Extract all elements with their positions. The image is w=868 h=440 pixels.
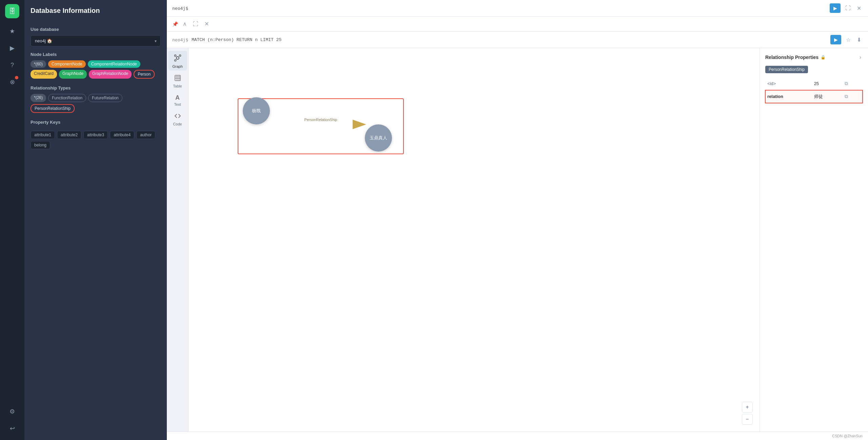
rel-props-title: Relationship Properties 🔒 xyxy=(765,55,826,60)
tab-text[interactable]: A Text xyxy=(168,91,187,108)
prop-attribute4[interactable]: attribute4 xyxy=(110,131,134,139)
sidebar-item-star[interactable]: ★ xyxy=(5,24,20,39)
tag-graph-relation-node[interactable]: GraphRelationNode xyxy=(89,70,132,79)
tag-component-node[interactable]: ComponentNode xyxy=(48,60,86,68)
prop-attribute1[interactable]: attribute1 xyxy=(31,131,55,139)
text-tab-icon: A xyxy=(175,94,180,101)
prop-row-relation: relation 师徒 ⧉ xyxy=(765,90,863,103)
svg-line-4 xyxy=(176,57,177,58)
star-icon2: ☆ xyxy=(846,37,851,43)
prop-value-relation: 师徒 xyxy=(812,90,842,103)
zoom-out-button[interactable]: − xyxy=(742,414,753,425)
query-close-button[interactable]: ✕ xyxy=(855,4,863,12)
copy-id-button[interactable]: ⧉ xyxy=(844,80,849,87)
question-icon: ? xyxy=(11,62,14,69)
sidebar-item-play[interactable]: ▶ xyxy=(5,41,20,56)
app-logo: 🗄 xyxy=(5,4,19,18)
query-run-button[interactable]: ▶ xyxy=(830,3,841,13)
svg-rect-7 xyxy=(175,75,180,81)
database-selector[interactable]: neo4j 🏠 xyxy=(31,35,161,46)
prop-attribute3[interactable]: attribute3 xyxy=(83,131,108,139)
chevron-up-icon: ∧ xyxy=(183,21,187,27)
graph-edges-svg: PersonRelationShip xyxy=(189,48,760,432)
query-input[interactable] xyxy=(192,5,826,11)
pin-icon: 📌 xyxy=(172,21,178,27)
result-star-button[interactable]: ☆ xyxy=(845,36,852,44)
result-run-icon: ▶ xyxy=(834,37,838,42)
prop-belong[interactable]: belong xyxy=(31,141,50,149)
sidebar-item-gear[interactable]: ⚙ xyxy=(5,404,20,419)
database-selector-wrapper: neo4j 🏠 xyxy=(31,35,161,46)
run-icon: ▶ xyxy=(833,5,837,11)
tag-person-relationship[interactable]: PersonRelationShip xyxy=(31,104,75,113)
result-download-button[interactable]: ⬇ xyxy=(855,36,863,44)
tag-function-relation[interactable]: FunctionRelation xyxy=(48,94,86,102)
zoom-controls: + − xyxy=(742,402,753,425)
node-label-yu-ding: 玉鼎真人 xyxy=(370,135,387,141)
zoom-in-button[interactable]: + xyxy=(742,402,753,413)
copy-icon: ⧉ xyxy=(845,81,848,86)
bottom-bar-text: CSDN @ZhanSun xyxy=(832,434,863,438)
left-panel: Database Information Use database neo4j … xyxy=(24,0,167,440)
star-icon: ★ xyxy=(9,27,15,35)
tag-graph-node[interactable]: GraphNode xyxy=(59,70,87,79)
query-bar: neo4j$ ▶ ⛶ ✕ xyxy=(167,0,868,17)
rel-props-expand-button[interactable]: › xyxy=(858,54,863,61)
close-icon: ✕ xyxy=(857,5,861,11)
tag-all-nodes[interactable]: *(60) xyxy=(31,60,46,68)
prop-value-id: 25 xyxy=(812,77,842,90)
prop-attribute2[interactable]: attribute2 xyxy=(57,131,81,139)
tab-table-label: Table xyxy=(173,84,182,88)
graph-node-yu-ding[interactable]: 玉鼎真人 xyxy=(365,124,392,152)
sidebar-item-undo[interactable]: ↩ xyxy=(5,421,20,436)
fullscreen-icon: ⛶ xyxy=(193,21,198,27)
tag-future-relation[interactable]: FutureRelation xyxy=(88,94,122,102)
result-fullscreen-button[interactable]: ⛶ xyxy=(192,20,200,28)
notification-badge xyxy=(15,76,18,79)
result-expand-up-button[interactable]: ∧ xyxy=(181,20,188,28)
node-labels-tags: *(60) ComponentNode ComponentRelationNod… xyxy=(31,60,161,79)
expand-icon: ⛶ xyxy=(845,5,851,11)
graph-node-yang-jian[interactable]: 杨戬 xyxy=(243,97,270,124)
result-query-text: MATCH (n:Person) RETURN n LIMIT 25 xyxy=(192,37,827,42)
graph-canvas[interactable]: PersonRelationShip 杨戬 玉鼎真人 xyxy=(189,48,760,432)
prop-row-id: <id> 25 ⧉ xyxy=(765,77,863,90)
tab-table[interactable]: Table xyxy=(168,71,187,90)
tab-code[interactable]: Code xyxy=(168,109,187,128)
relationship-types-label: Relationship Types xyxy=(31,85,161,91)
main-content: neo4j$ ▶ ⛶ ✕ 📌 ∧ ⛶ ✕ neo4j$ MATC xyxy=(167,0,868,440)
rel-props-title-text: Relationship Properties xyxy=(765,55,818,60)
tag-person[interactable]: Person xyxy=(134,70,155,79)
svg-point-2 xyxy=(179,55,181,57)
tab-text-label: Text xyxy=(174,102,181,106)
bottom-bar: CSDN @ZhanSun xyxy=(167,432,868,440)
play-icon: ▶ xyxy=(10,44,15,52)
prop-author[interactable]: author xyxy=(136,131,155,139)
download-icon: ⬇ xyxy=(857,37,861,43)
relationship-properties-table: <id> 25 ⧉ relation 师徒 xyxy=(765,77,863,103)
sidebar-item-question[interactable]: ? xyxy=(5,58,20,73)
tab-graph[interactable]: Graph xyxy=(168,51,187,71)
property-keys-label: Property Keys xyxy=(31,120,161,125)
node-labels-label: Node Labels xyxy=(31,52,161,57)
tag-all-relations[interactable]: *(26) xyxy=(31,94,46,102)
sidebar-item-circle-x[interactable]: ⊗ xyxy=(5,75,20,89)
zoom-in-icon: + xyxy=(746,404,749,410)
logo-icon: 🗄 xyxy=(9,7,16,15)
relationship-type-badge: PersonRelationShip xyxy=(765,66,808,73)
tag-credit-card[interactable]: CreditCard xyxy=(31,70,57,79)
result-panel: 📌 ∧ ⛶ ✕ neo4j$ MATCH (n:Person) RETURN n… xyxy=(167,17,868,440)
tag-component-relation-node[interactable]: ComponentRelationNode xyxy=(88,60,140,68)
query-expand-button[interactable]: ⛶ xyxy=(844,4,852,12)
result-query-row: neo4j$ MATCH (n:Person) RETURN n LIMIT 2… xyxy=(167,32,868,48)
zoom-out-icon: − xyxy=(746,416,749,422)
copy-icon2: ⧉ xyxy=(845,94,848,99)
copy-relation-button[interactable]: ⧉ xyxy=(844,93,849,100)
result-run-button[interactable]: ▶ xyxy=(830,35,841,44)
result-close-button[interactable]: ✕ xyxy=(203,20,210,28)
close-icon2: ✕ xyxy=(204,21,209,27)
circle-x-icon: ⊗ xyxy=(10,78,15,86)
relationship-properties-panel: Relationship Properties 🔒 › PersonRelati… xyxy=(760,48,868,432)
svg-line-6 xyxy=(176,59,177,59)
lock-icon: 🔒 xyxy=(821,55,826,60)
